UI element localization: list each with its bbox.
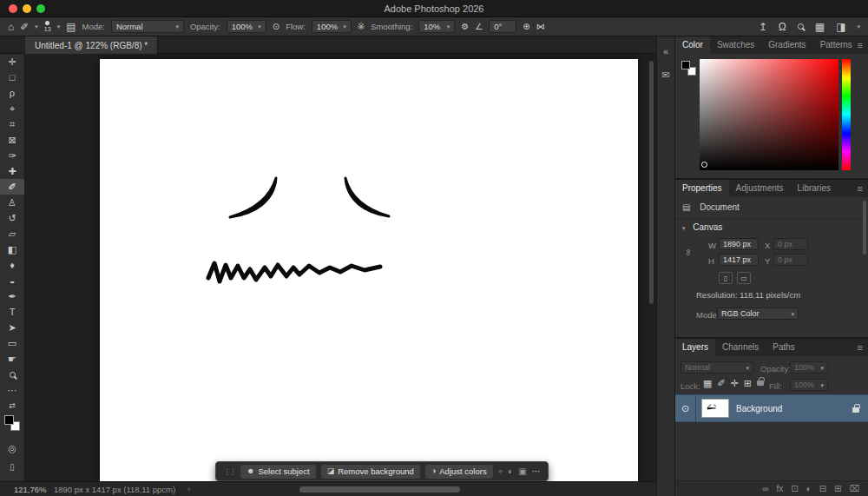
brush-size-picker[interactable]: 13 (44, 21, 51, 32)
color-mode-select[interactable]: RGB Color ▾ (717, 308, 799, 320)
canvas-vertical-scrollbar[interactable] (649, 61, 654, 476)
quick-mask-icon[interactable]: ◎ (0, 443, 24, 454)
export-icon[interactable]: ▣ (518, 467, 526, 476)
screen-mode-icon[interactable]: ▯ (0, 462, 24, 472)
search-icon[interactable] (798, 23, 804, 30)
panel-menu-icon[interactable]: ≡ (858, 180, 863, 197)
contrast-icon[interactable]: ◐ (508, 467, 513, 476)
layer-name[interactable]: Background (736, 404, 782, 413)
new-group-icon[interactable]: ⊟ (819, 485, 826, 493)
height-input[interactable]: 1417 px (719, 254, 759, 266)
tool-lasso[interactable]: ρ (0, 85, 24, 101)
panel-menu-icon[interactable]: ≡ (858, 339, 863, 356)
tool-blur[interactable]: ♦ (0, 257, 24, 273)
tab-channels[interactable]: Channels (715, 339, 766, 356)
tool-type[interactable]: T (0, 304, 24, 320)
foreground-color-swatch[interactable] (681, 61, 690, 69)
zoom-level[interactable]: 121,76% (14, 485, 47, 494)
hue-slider[interactable] (842, 59, 851, 170)
tab-patterns[interactable]: Patterns (813, 36, 859, 54)
tool-shape[interactable]: ▭ (0, 335, 24, 351)
share-icon[interactable]: ↥ (759, 22, 767, 32)
lock-transparent-icon[interactable]: ▦ (703, 379, 712, 388)
tool-eyedropper[interactable]: ✑ (0, 148, 24, 163)
width-input[interactable]: 1890 px (719, 238, 759, 250)
tool-zoom[interactable] (0, 367, 24, 382)
lock-position-icon[interactable]: ✛ (731, 379, 739, 388)
properties-scrollbar[interactable] (863, 201, 866, 255)
layer-row-background[interactable]: ⊙ Background (675, 394, 868, 422)
layer-visibility-eye-icon[interactable]: ⊙ (675, 395, 696, 421)
tab-properties[interactable]: Properties (675, 180, 729, 197)
orientation-portrait-button[interactable]: ▯ (719, 272, 733, 284)
saturation-brightness-picker[interactable] (700, 59, 838, 170)
layer-thumbnail[interactable] (701, 399, 729, 418)
brush-settings-panel-icon[interactable]: ▤ (66, 22, 76, 32)
adjustment-layer-icon[interactable]: ◐ (806, 485, 812, 493)
document-canvas[interactable] (100, 59, 638, 481)
document-tab[interactable]: Untitled-1 @ 122% (RGB/8) * (25, 36, 158, 54)
airbrush-icon[interactable]: ※ (358, 23, 365, 31)
tool-healing-brush[interactable]: ✚ (0, 163, 24, 179)
tool-history-brush[interactable]: ↺ (0, 210, 24, 226)
lock-pixels-icon[interactable]: ✐ (717, 379, 725, 388)
smoothing-select[interactable]: 10% ▾ (418, 20, 455, 33)
tool-object-selection[interactable]: ⌖ (0, 101, 24, 116)
notifications-bell-icon[interactable]: Ω (779, 22, 786, 32)
adjust-colors-button[interactable]: ◑ Adjust colors (425, 465, 493, 479)
tool-gradient[interactable]: ◧ (0, 241, 24, 257)
workspace-chevron-icon[interactable]: ▾ (857, 23, 860, 30)
tool-hand[interactable]: ☛ (0, 351, 24, 367)
canvas-area[interactable]: ⋮⋮ ☻ Select subject ◪ Remove background … (24, 54, 656, 481)
panel-dock-icon[interactable]: ◨ (836, 22, 845, 32)
flow-select[interactable]: 100% ▾ (312, 20, 352, 33)
status-chevron-icon[interactable]: › (187, 485, 190, 493)
brush-preset-icon[interactable]: ✐ (20, 22, 29, 32)
layer-locked-icon[interactable] (852, 400, 859, 416)
color-panel-swatches[interactable] (681, 61, 696, 76)
tab-paths[interactable]: Paths (766, 339, 802, 356)
brush-preset-chevron-icon[interactable]: ▾ (35, 23, 38, 30)
comments-icon[interactable]: ✉ (657, 66, 674, 83)
tool-crop[interactable]: ⌗ (0, 116, 24, 132)
tab-color[interactable]: Color (675, 36, 710, 54)
foreground-background-swatches[interactable] (4, 415, 20, 431)
vertical-scroll-thumb[interactable] (649, 61, 654, 304)
lock-artboard-icon[interactable]: ⊞ (744, 379, 752, 388)
brush-angle-input[interactable]: 0° (489, 20, 516, 33)
blend-mode-select[interactable]: Normal ▾ (111, 20, 184, 33)
tool-clone-stamp[interactable]: ♙ (0, 195, 24, 210)
tab-layers[interactable]: Layers (675, 339, 715, 356)
tool-more-tools[interactable]: ⋯ (0, 382, 24, 398)
lock-all-icon[interactable] (757, 380, 764, 386)
swap-colors-icon[interactable]: ⇄ (0, 401, 24, 410)
tool-dodge[interactable]: ◒ (0, 273, 24, 288)
pressure-size-icon[interactable]: ⊕ (523, 23, 529, 31)
new-layer-icon[interactable]: ⊞ (834, 485, 841, 493)
home-icon[interactable]: ⌂ (8, 22, 14, 32)
layer-effects-icon[interactable]: fx (776, 485, 783, 493)
orientation-landscape-button[interactable]: ▭ (737, 272, 751, 284)
tab-gradients[interactable]: Gradients (761, 36, 812, 54)
canvas-section-header[interactable]: ▾ Canvas (682, 222, 868, 232)
tool-pen[interactable]: ✒ (0, 288, 24, 304)
layer-mask-icon[interactable]: ⊡ (791, 485, 798, 493)
transform-icon[interactable]: ⌖ (498, 467, 503, 476)
tool-frame[interactable]: ⊠ (0, 132, 24, 148)
expand-dock-icon[interactable]: « (657, 43, 674, 60)
remove-background-button[interactable]: ◪ Remove background (321, 465, 420, 479)
tab-adjustments[interactable]: Adjustments (729, 180, 791, 197)
workspace-grid-icon[interactable]: ▦ (815, 22, 825, 32)
tool-move[interactable]: ✛ (0, 54, 24, 69)
pressure-opacity-icon[interactable]: ⊙ (273, 23, 279, 31)
color-picker-cursor[interactable] (701, 162, 707, 168)
tool-brush[interactable]: ✐ (0, 179, 24, 195)
tool-eraser[interactable]: ▱ (0, 226, 24, 241)
canvas-horizontal-scrollbar[interactable] (299, 486, 460, 493)
tool-path-selection[interactable]: ➤ (0, 320, 24, 335)
tool-marquee[interactable]: □ (0, 69, 24, 85)
smoothing-gear-icon[interactable]: ⚙ (461, 23, 469, 31)
constrain-link-icon[interactable]: ∞ (684, 249, 694, 255)
tab-libraries[interactable]: Libraries (791, 180, 838, 197)
delete-layer-icon[interactable]: ⌧ (849, 485, 859, 493)
